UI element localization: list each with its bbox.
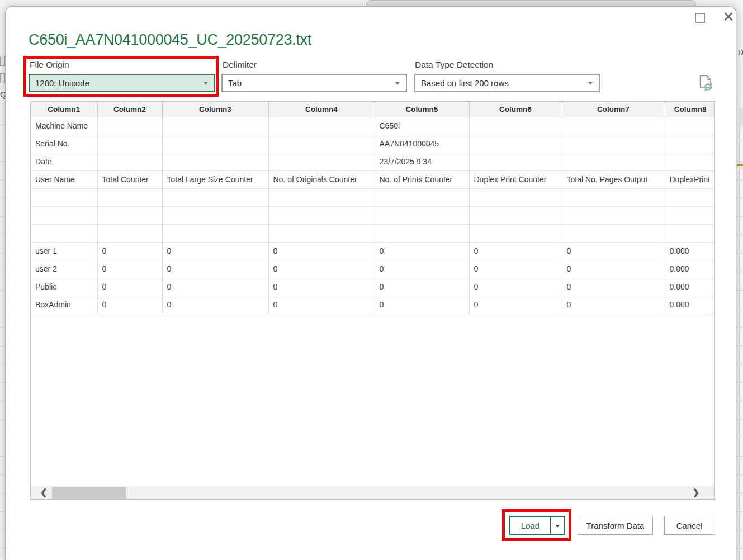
table-cell xyxy=(562,153,665,170)
table-cell: user 2 xyxy=(31,260,97,278)
data-type-detection-select[interactable]: Based on first 200 rows xyxy=(414,74,600,92)
column-header: Column1 xyxy=(31,102,97,117)
load-split-button[interactable]: Load xyxy=(509,516,565,535)
table-row xyxy=(31,206,715,224)
table-cell: 0 xyxy=(97,296,162,314)
scroll-left-icon[interactable]: ❮ xyxy=(40,487,48,497)
sheet-gridlines xyxy=(736,106,743,560)
table-cell xyxy=(268,135,375,153)
table-row: User NameTotal CounterTotal Large Size C… xyxy=(31,170,715,188)
table-cell: 0 xyxy=(97,260,162,278)
background-text-fragment: D xyxy=(738,48,743,57)
table-cell xyxy=(97,135,162,153)
column-header: Column5 xyxy=(375,102,469,117)
table-cell: 0 xyxy=(268,296,375,314)
table-cell xyxy=(162,153,268,170)
table-cell xyxy=(469,188,562,206)
table-cell xyxy=(469,117,562,135)
table-cell xyxy=(97,224,162,242)
table-cell: 0 xyxy=(268,260,375,278)
table-row xyxy=(31,224,715,242)
scrollbar-thumb[interactable] xyxy=(52,487,126,499)
chevron-down-icon xyxy=(204,82,208,85)
chevron-down-icon xyxy=(555,525,560,528)
table-cell: 0 xyxy=(268,278,375,296)
table-cell xyxy=(375,188,469,206)
table-cell: 0 xyxy=(469,278,562,296)
dialog-title: C650i_AA7N041000045_UC_20250723.txt xyxy=(29,31,311,49)
cancel-button[interactable]: Cancel xyxy=(664,516,714,535)
table-cell xyxy=(268,206,375,224)
load-options-button[interactable] xyxy=(550,517,564,534)
table-cell: 0 xyxy=(162,278,268,296)
table-cell: No. of Originals Counter xyxy=(268,170,375,188)
table-cell: 0 xyxy=(562,278,665,296)
table-cell xyxy=(469,135,562,153)
file-origin-value: 1200: Unicode xyxy=(35,78,89,88)
horizontal-scrollbar[interactable]: ❮ ❯ xyxy=(31,486,714,499)
table-cell: 0 xyxy=(469,260,562,278)
table-cell xyxy=(665,153,715,170)
table-cell: Duplex Print Counter xyxy=(469,170,562,188)
table-row: user 20000000.000 xyxy=(31,260,715,278)
table-cell xyxy=(31,188,97,206)
load-button[interactable]: Load xyxy=(510,517,550,534)
table-cell: Serial No. xyxy=(31,135,97,153)
table-cell xyxy=(162,224,268,242)
table-cell: 0.000 xyxy=(665,296,715,314)
refresh-preview-icon[interactable] xyxy=(697,74,714,93)
table-cell: 0 xyxy=(97,278,162,296)
table-cell xyxy=(469,153,562,170)
file-origin-label: File Origin xyxy=(30,60,69,70)
table-row: Machine NameC650i xyxy=(31,117,715,135)
table-cell xyxy=(162,117,268,135)
data-type-detection-value: Based on first 200 rows xyxy=(421,78,509,88)
table-cell: Total No. Pages Output xyxy=(562,170,665,188)
table-cell xyxy=(268,117,375,135)
table-cell: AA7N041000045 xyxy=(375,135,469,153)
table-cell: Total Counter xyxy=(97,170,162,188)
table-cell xyxy=(469,206,562,224)
background-sheet-cell xyxy=(739,108,743,126)
table-cell xyxy=(268,224,375,242)
maximize-button[interactable] xyxy=(695,13,705,23)
table-cell: 0 xyxy=(162,260,268,278)
table-cell: 0 xyxy=(562,242,665,260)
table-cell xyxy=(97,188,162,206)
table-cell: 0.000 xyxy=(665,278,715,296)
table-cell: Date xyxy=(31,153,97,170)
table-cell xyxy=(268,188,375,206)
table-cell: 0 xyxy=(375,242,469,260)
table-row: user 10000000.000 xyxy=(31,242,715,260)
transform-data-button[interactable]: Transform Data xyxy=(578,516,653,535)
delimiter-label: Delimiter xyxy=(223,60,257,70)
scroll-right-icon[interactable]: ❯ xyxy=(692,487,699,497)
table-cell xyxy=(665,188,715,206)
delimiter-select[interactable]: Tab xyxy=(221,74,407,92)
table-cell: 0 xyxy=(562,260,665,278)
table-cell: 0 xyxy=(268,242,375,260)
table-cell xyxy=(31,206,97,224)
screen: Qu D C ✕ C650i_AA7N041000045_UC_20250723… xyxy=(0,0,743,560)
data-preview: Column1Column2Column3Column4Column5Colum… xyxy=(30,101,715,500)
table-cell: 0 xyxy=(375,296,469,314)
preview-table: Column1Column2Column3Column4Column5Colum… xyxy=(31,102,715,314)
table-cell: DuplexPrint xyxy=(665,170,715,188)
table-cell: User Name xyxy=(31,170,97,188)
table-cell: 0 xyxy=(97,242,162,260)
table-cell xyxy=(97,153,162,170)
table-cell: 0 xyxy=(562,296,665,314)
table-row xyxy=(31,188,715,206)
table-row: Public0000000.000 xyxy=(31,278,715,296)
table-cell xyxy=(268,153,375,170)
column-header: Column7 xyxy=(562,102,665,117)
close-icon[interactable]: ✕ xyxy=(720,8,737,25)
column-header: Column4 xyxy=(268,102,375,117)
file-origin-select[interactable]: 1200: Unicode xyxy=(29,74,215,92)
background-text-fragment: Qu xyxy=(0,90,5,99)
table-cell xyxy=(162,135,268,153)
background-sheet-right-sliver: D C xyxy=(736,0,743,560)
table-cell xyxy=(665,117,715,135)
table-cell xyxy=(469,224,562,242)
column-header: Column6 xyxy=(469,102,562,117)
